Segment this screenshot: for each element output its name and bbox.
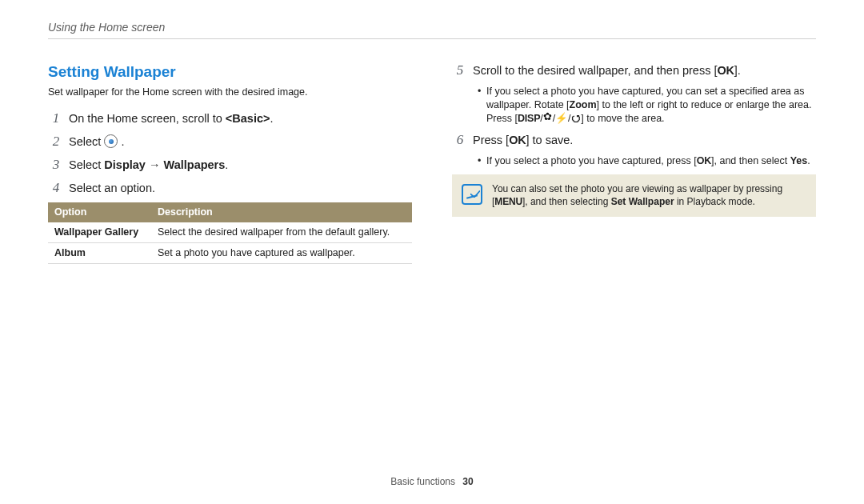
disp-button-icon: DISP: [518, 113, 540, 124]
step-list-right: 5 Scroll to the desired wallpaper, and t…: [452, 62, 816, 80]
note-text: You can also set the photo you are viewi…: [492, 182, 806, 208]
section-title: Setting Wallpaper: [48, 62, 412, 82]
step-3: 3 Select Display → Wallpapers.: [48, 156, 412, 174]
table-header-description: Description: [151, 202, 412, 222]
flash-icon: ⚡: [555, 113, 568, 124]
ok-button-icon: OK: [509, 134, 526, 146]
table-row: Wallpaper Gallery Select the desired wal…: [48, 222, 412, 242]
step-2: 2 Select .: [48, 133, 412, 151]
page-footer: Basic functions 30: [0, 475, 864, 488]
step-5-sub: If you select a photo you have captured,…: [478, 85, 816, 126]
step-4: 4 Select an option.: [48, 179, 412, 198]
step-1: 1 On the Home screen, scroll to <Basic>.: [48, 110, 412, 128]
list-item: If you select a photo you have captured,…: [478, 85, 816, 126]
breadcrumb: Using the Home screen: [48, 20, 816, 39]
table-header-option: Option: [48, 202, 151, 222]
info-note: You can also set the photo you are viewi…: [452, 174, 816, 216]
macro-icon: [543, 114, 553, 123]
note-icon: [462, 184, 482, 205]
section-intro: Set wallpaper for the Home screen with t…: [48, 86, 412, 99]
step-6-sub: If you select a photo you have captured,…: [478, 154, 816, 168]
table-header-row: Option Description: [48, 202, 412, 222]
list-item: If you select a photo you have captured,…: [478, 154, 816, 168]
table-row: Album Set a photo you have captured as w…: [48, 242, 412, 263]
menu-button-icon: MENU: [494, 196, 522, 207]
options-table: Option Description Wallpaper Gallery Sel…: [48, 202, 412, 264]
right-column: 5 Scroll to the desired wallpaper, and t…: [452, 62, 816, 264]
wallpaper-app-icon: [104, 134, 118, 148]
timer-icon: ⭯: [571, 113, 582, 124]
page-number: 30: [462, 476, 473, 487]
step-6: 6 Press [OK] to save.: [452, 131, 816, 150]
step-list-left: 1 On the Home screen, scroll to <Basic>.…: [48, 110, 412, 198]
left-column: Setting Wallpaper Set wallpaper for the …: [48, 62, 412, 264]
ok-button-icon: OK: [717, 64, 734, 77]
step-5: 5 Scroll to the desired wallpaper, and t…: [452, 62, 816, 80]
ok-button-icon: OK: [697, 155, 711, 166]
step-list-right-6: 6 Press [OK] to save.: [452, 131, 816, 150]
footer-section: Basic functions: [390, 476, 455, 487]
